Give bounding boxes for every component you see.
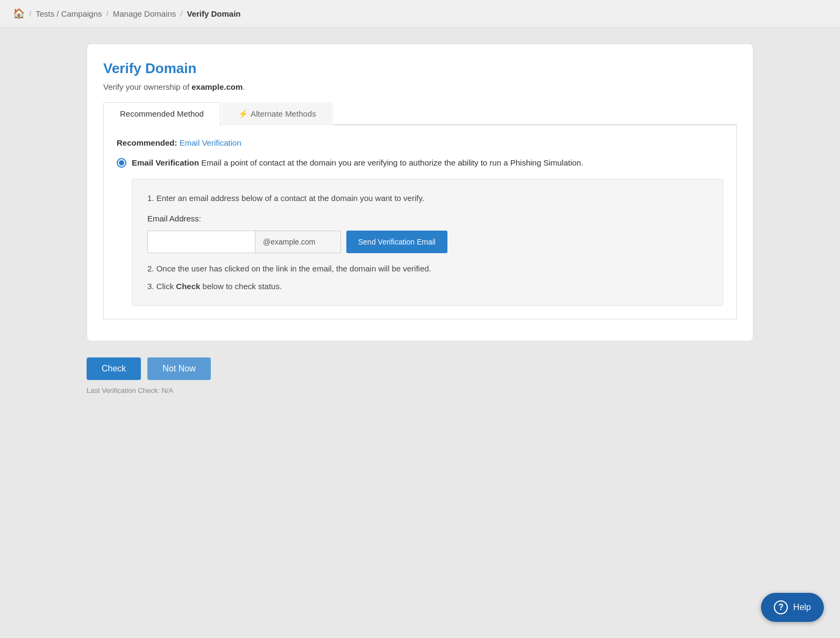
card-subtitle: Verify your ownership of example.com.	[103, 82, 737, 91]
home-icon[interactable]: 🏠	[13, 8, 25, 19]
step-1-text: 1. Enter an email address below of a con…	[147, 192, 708, 205]
tab-alternate[interactable]: ⚡Alternate Methods	[222, 102, 333, 125]
help-icon: ?	[774, 600, 788, 614]
radio-label: Email Verification Email a point of cont…	[132, 157, 583, 169]
tabs-container: Recommended Method ⚡Alternate Methods	[103, 101, 737, 125]
breadcrumb: 🏠 / Tests / Campaigns / Manage Domains /…	[0, 0, 840, 27]
email-prefix-input[interactable]	[147, 231, 255, 253]
step-2-text: 2. Once the user has clicked on the link…	[147, 263, 708, 275]
step3-prefix: 3. Click	[147, 282, 176, 291]
email-address-label: Email Address:	[147, 214, 708, 223]
email-domain-suffix: @example.com	[255, 231, 341, 253]
lightning-icon: ⚡	[238, 109, 248, 118]
radio-label-text: Email a point of contact at the domain y…	[199, 158, 583, 167]
send-verification-email-button[interactable]: Send Verification Email	[346, 231, 447, 253]
help-label: Help	[793, 603, 811, 612]
breadcrumb-tests-campaigns[interactable]: Tests / Campaigns	[35, 9, 102, 18]
main-content: Verify Domain Verify your ownership of e…	[70, 27, 770, 438]
step3-bold: Check	[176, 282, 200, 291]
email-verification-option[interactable]: Email Verification Email a point of cont…	[117, 157, 723, 169]
card-title: Verify Domain	[103, 60, 737, 77]
domain-name: example.com	[191, 82, 243, 91]
breadcrumb-separator-2: /	[106, 9, 109, 18]
breadcrumb-manage-domains[interactable]: Manage Domains	[113, 9, 176, 18]
email-input-row: @example.com Send Verification Email	[147, 231, 708, 253]
breadcrumb-separator-3: /	[180, 9, 182, 18]
recommended-method-name: Email Verification	[180, 138, 241, 147]
verify-domain-card: Verify Domain Verify your ownership of e…	[87, 44, 753, 341]
tab-recommended[interactable]: Recommended Method	[103, 102, 220, 125]
subtitle-suffix: .	[243, 82, 245, 91]
tab-alternate-label: Alternate Methods	[251, 109, 316, 118]
recommended-label: Recommended: Email Verification	[117, 138, 723, 147]
help-button[interactable]: ? Help	[761, 593, 824, 622]
last-verification-check: Last Verification Check: N/A	[87, 386, 753, 395]
breadcrumb-current: Verify Domain	[187, 9, 240, 18]
instruction-box: 1. Enter an email address below of a con…	[132, 179, 723, 306]
radio-button[interactable]	[117, 158, 126, 168]
recommended-prefix: Recommended:	[117, 138, 180, 147]
radio-label-bold: Email Verification	[132, 158, 199, 167]
breadcrumb-separator: /	[29, 9, 31, 18]
step-3-text: 3. Click Check below to check status.	[147, 281, 708, 293]
bottom-actions: Check Not Now	[87, 357, 753, 380]
subtitle-prefix: Verify your ownership of	[103, 82, 191, 91]
check-button[interactable]: Check	[87, 357, 141, 380]
not-now-button[interactable]: Not Now	[147, 357, 210, 380]
step3-suffix: below to check status.	[200, 282, 282, 291]
tab-content-recommended: Recommended: Email Verification Email Ve…	[103, 125, 737, 319]
